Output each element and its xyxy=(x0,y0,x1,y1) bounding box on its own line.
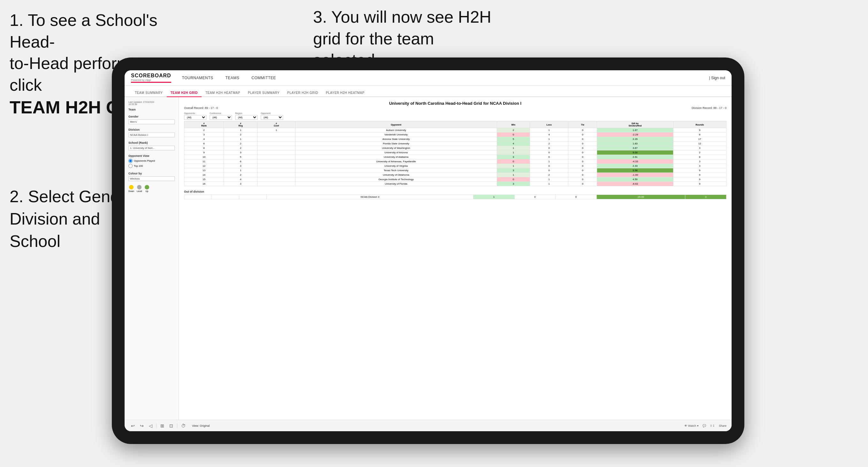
tab-team-h2h-heatmap[interactable]: TEAM H2H HEATMAP xyxy=(202,89,244,97)
legend-up: Up xyxy=(145,185,149,192)
cell-tie: 0 xyxy=(568,151,597,155)
cell-reg: 1 xyxy=(224,128,257,132)
division-select[interactable]: NCAA Division I xyxy=(128,132,175,137)
cell-opponent: University of Arkansas, Fayetteville xyxy=(295,159,497,164)
cell-conf xyxy=(257,142,295,146)
cell-rounds: 9 xyxy=(673,173,726,177)
tab-player-h2h-heatmap[interactable]: PLAYER H2H HEATMAP xyxy=(322,89,368,97)
cell-rounds: 2 xyxy=(673,151,726,155)
data-table: #Rank #Reg #Conf Opponent Win Loss Tie D… xyxy=(184,121,726,186)
school-select[interactable]: 1. University of Nort... xyxy=(128,146,175,151)
col-win: Win xyxy=(497,121,530,128)
cell-rounds: 9 xyxy=(673,177,726,182)
cell-reg: 2 xyxy=(224,132,257,137)
opponents-select[interactable]: (All) xyxy=(184,115,206,120)
cell-reg: 2 xyxy=(224,142,257,146)
cell-opponent: Florida State University xyxy=(295,142,497,146)
share-button[interactable]: Share xyxy=(719,424,726,427)
sidebar-opponent-label: Opponent View xyxy=(128,154,175,157)
gender-select[interactable]: Men's xyxy=(128,120,175,124)
cell-reg: 4 xyxy=(224,177,257,182)
cell-diff: 2.33 xyxy=(597,164,673,168)
region-select[interactable]: (All) xyxy=(235,115,257,120)
paste-button[interactable]: ⊡ xyxy=(168,423,175,429)
cell-win: 3 xyxy=(497,155,530,159)
cell-win: 1 xyxy=(497,151,530,155)
sidebar-school-section: School (Rank) 1. University of Nort... xyxy=(128,141,175,151)
cell-rank: 14 xyxy=(184,173,224,177)
cell-loss: 2 xyxy=(530,173,568,177)
nav-committee[interactable]: COMMITTEE xyxy=(250,76,277,80)
panel-title: University of North Carolina Head-to-Hea… xyxy=(184,101,726,106)
tab-player-h2h-grid[interactable]: PLAYER H2H GRID xyxy=(283,89,322,97)
share-icon[interactable]: ⇧⇩ xyxy=(710,424,715,427)
nav-items: TOURNAMENTS TEAMS COMMITTEE xyxy=(181,76,709,80)
cell-diff: -4.33 xyxy=(597,159,673,164)
cell-win: 1 xyxy=(497,164,530,168)
watch-button[interactable]: 👁 Watch ▾ xyxy=(684,424,699,427)
colour-select[interactable]: Win/loss xyxy=(128,176,175,181)
cell-opponent: University of Washington xyxy=(295,146,497,151)
toolbar-right: 👁 Watch ▾ 💬 ⇧⇩ Share xyxy=(684,424,726,427)
sidebar-team-section: Team xyxy=(128,108,175,111)
cell-tie: 0 xyxy=(568,164,597,168)
timestamp: Last Updated: 27/03/2024 16:55:38 xyxy=(128,101,175,105)
cell-rank: 9 xyxy=(184,151,224,155)
undo-button[interactable]: ↩ xyxy=(130,423,136,429)
radio-top100-input[interactable] xyxy=(128,164,132,168)
nav-tournaments[interactable]: TOURNAMENTS xyxy=(181,76,215,80)
sidebar-gender-section: Gender Men's xyxy=(128,115,175,124)
sidebar-division-label: Division xyxy=(128,128,175,131)
tab-player-summary[interactable]: PLAYER SUMMARY xyxy=(244,89,283,97)
radio-top100[interactable]: Top 100 xyxy=(128,164,175,168)
cell-loss: 0 xyxy=(530,151,568,155)
cell-loss: 1 xyxy=(530,137,568,142)
logo-main: SCOREBOARD xyxy=(131,73,171,79)
cell-conf xyxy=(257,151,295,155)
legend-dot-up xyxy=(145,185,149,189)
cell-diff: 9.00 xyxy=(597,151,673,155)
cell-diff: -2.29 xyxy=(597,132,673,137)
nav-teams[interactable]: TEAMS xyxy=(224,76,241,80)
cell-reg: 2 xyxy=(224,146,257,151)
cell-rounds: 3 xyxy=(673,159,726,164)
cell-conf xyxy=(257,168,295,173)
conference-select[interactable]: (All) xyxy=(210,115,232,120)
radio-opponents-played[interactable]: Opponents Played xyxy=(128,159,175,163)
main-content: Last Updated: 27/03/2024 16:55:38 Team G… xyxy=(125,97,732,420)
cell-rounds: 12 xyxy=(673,142,726,146)
radio-opponents-played-input[interactable] xyxy=(128,159,132,163)
legend: Down Level Up xyxy=(128,185,175,192)
overall-record: Overall Record: 89 - 17 - 0 xyxy=(184,106,218,110)
cell-conf xyxy=(257,173,295,177)
toolbar-sep1 xyxy=(156,423,157,428)
sub-nav: TEAM SUMMARY TEAM H2H GRID TEAM H2H HEAT… xyxy=(125,86,732,97)
tab-team-summary[interactable]: TEAM SUMMARY xyxy=(131,89,167,97)
redo-button[interactable]: ↪ xyxy=(138,423,145,429)
cell-conf xyxy=(257,159,295,164)
cell-rounds: 8 xyxy=(673,132,726,137)
cell-diff: -1.00 xyxy=(597,173,673,177)
cell-tie: 0 xyxy=(568,155,597,159)
out-loss: 0 xyxy=(514,195,556,199)
tab-team-h2h-grid[interactable]: TEAM H2H GRID xyxy=(167,89,202,97)
comment-button[interactable]: 💬 xyxy=(703,424,706,427)
table-row: 4 1 Arizona State University 5 1 0 2.29 … xyxy=(184,137,726,142)
opponent-select[interactable]: (All) xyxy=(261,115,283,120)
back-button[interactable]: ◁ xyxy=(148,423,154,429)
cell-reg: 1 xyxy=(224,137,257,142)
cell-loss: 1 xyxy=(530,182,568,186)
cell-rounds: 17 xyxy=(673,137,726,142)
sidebar-colour-label: Colour by xyxy=(128,172,175,175)
table-row: 12 3 University of Virginia 1 0 0 2.33 3 xyxy=(184,164,726,168)
sign-out[interactable]: | Sign out xyxy=(709,76,725,80)
out-of-division-row: NCAA Division II 1 0 0 26.00 3 xyxy=(184,195,726,199)
cell-opponent: Georgia Institute of Technology xyxy=(295,177,497,182)
copy-button[interactable]: ⊞ xyxy=(159,423,165,429)
legend-dot-level xyxy=(137,185,142,189)
sidebar-division-section: Division NCAA Division I xyxy=(128,128,175,137)
cell-conf: 1 xyxy=(257,128,295,132)
cell-opponent: Texas Tech University xyxy=(295,168,497,173)
clock-button[interactable]: ⏱ xyxy=(180,423,187,429)
out-of-division-table: NCAA Division II 1 0 0 26.00 3 xyxy=(184,194,726,199)
